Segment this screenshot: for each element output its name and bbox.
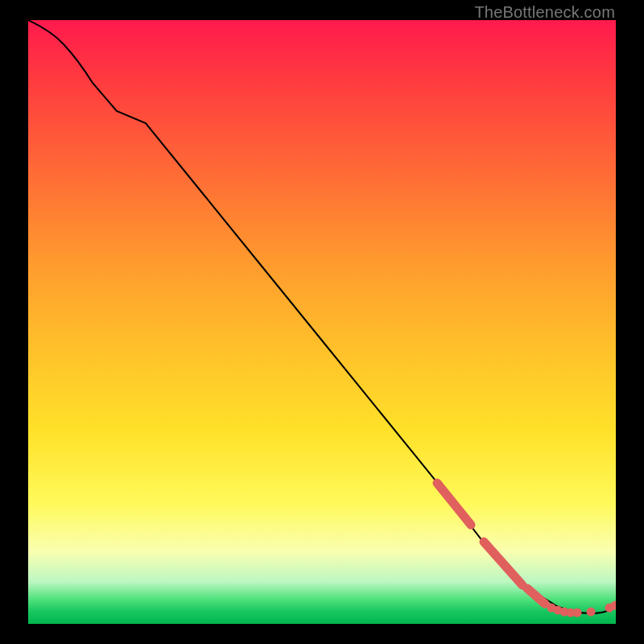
highlight-dot [587,608,596,617]
highlight-dot [573,609,582,617]
highlight-segment-c [527,588,545,604]
attribution-label: TheBottleneck.com [474,3,615,22]
plot-area [28,20,616,624]
highlight-segment-b [484,542,522,585]
highlight-segment-a [437,483,471,525]
chart-svg [28,20,616,624]
bottleneck-curve [28,20,616,613]
chart-frame: TheBottleneck.com [0,0,644,644]
